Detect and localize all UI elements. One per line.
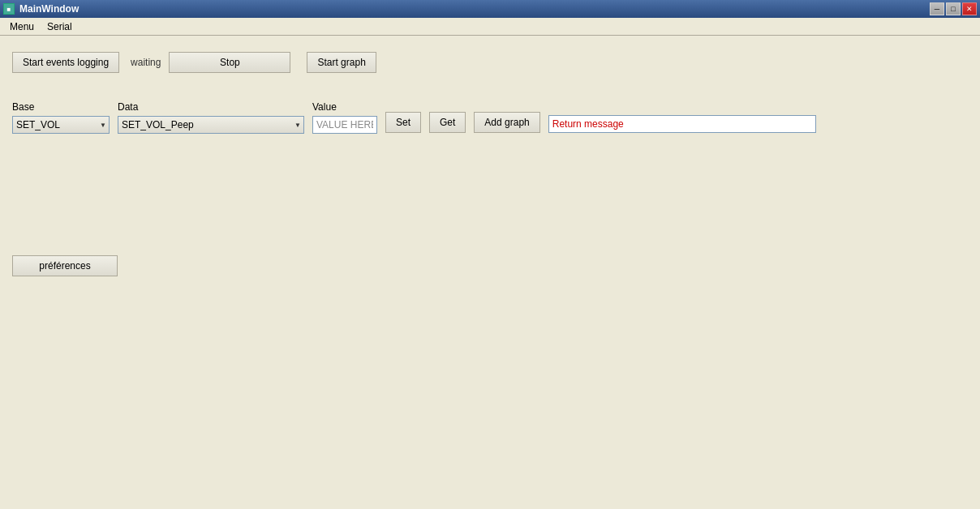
get-button[interactable]: Get — [429, 112, 466, 133]
start-graph-button[interactable]: Start graph — [307, 52, 376, 73]
menu-item-menu[interactable]: Menu — [3, 19, 41, 34]
menu-bar: Menu Serial — [0, 18, 980, 36]
preferences-button[interactable]: préférences — [12, 255, 118, 276]
data-label: Data — [118, 101, 304, 113]
restore-button[interactable]: □ — [946, 2, 961, 15]
data-control-group: Data SET_VOL_Peep SET_VOL_Tidal SET_VOL_… — [118, 101, 304, 134]
minimize-button[interactable]: ─ — [930, 2, 944, 15]
controls-row: Base SET_VOL GET_VOL SET_PRESSURE GET_PR… — [8, 97, 972, 138]
base-label: Base — [12, 101, 110, 113]
toolbar: Start events logging waiting Stop Start … — [8, 44, 972, 81]
return-message-input[interactable] — [548, 115, 816, 133]
set-button[interactable]: Set — [385, 112, 421, 133]
menu-item-serial[interactable]: Serial — [41, 19, 79, 34]
title-bar-left: ■ MainWindow — [3, 3, 79, 15]
value-control-group: Value — [312, 101, 377, 134]
value-label: Value — [312, 101, 377, 113]
base-select-wrapper: SET_VOL GET_VOL SET_PRESSURE GET_PRESSUR… — [12, 116, 110, 134]
start-logging-button[interactable]: Start events logging — [12, 52, 119, 73]
base-control-group: Base SET_VOL GET_VOL SET_PRESSURE GET_PR… — [12, 101, 110, 134]
add-graph-button[interactable]: Add graph — [474, 112, 539, 133]
title-bar: ■ MainWindow ─ □ ✕ — [0, 0, 980, 18]
preferences-section: préférences — [8, 251, 972, 280]
data-select[interactable]: SET_VOL_Peep SET_VOL_Tidal SET_VOL_Rate … — [118, 116, 304, 134]
value-input[interactable] — [312, 116, 377, 134]
stop-button[interactable]: Stop — [169, 52, 290, 73]
close-button[interactable]: ✕ — [962, 2, 977, 15]
title-bar-controls: ─ □ ✕ — [930, 2, 977, 15]
window-title: MainWindow — [19, 3, 79, 15]
app-icon: ■ — [3, 3, 15, 15]
data-select-wrapper: SET_VOL_Peep SET_VOL_Tidal SET_VOL_Rate … — [118, 116, 304, 134]
base-select[interactable]: SET_VOL GET_VOL SET_PRESSURE GET_PRESSUR… — [12, 116, 110, 134]
main-content: Start events logging waiting Stop Start … — [0, 36, 980, 509]
status-text: waiting — [131, 57, 161, 68]
